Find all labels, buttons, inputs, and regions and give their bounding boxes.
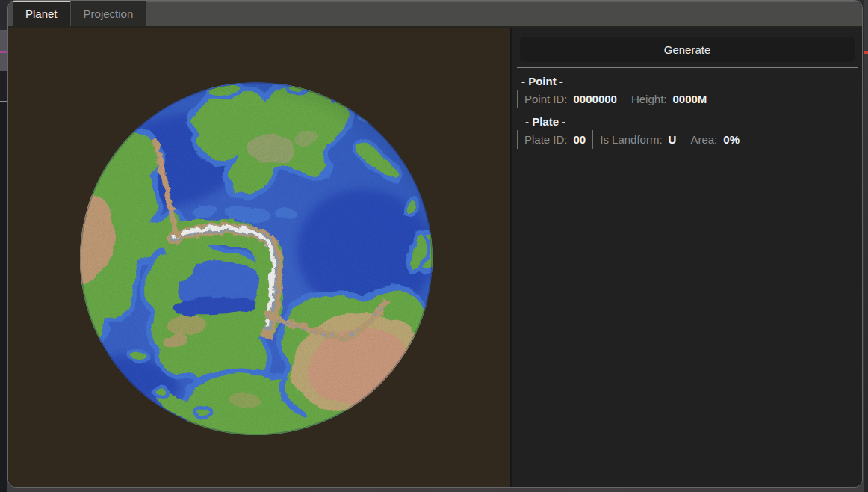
point-readout-row: Point ID: 0000000 Height: 0000M (517, 90, 862, 108)
plate-section-title: - Plate - (525, 115, 862, 128)
point-section-title: - Point - (521, 75, 862, 87)
is-landform-value: U (669, 133, 677, 146)
sliver-top (0, 0, 7, 30)
is-landform-label: Is Landform: (600, 133, 662, 146)
sliver-magenta-line (0, 51, 7, 53)
height-field: Height: 0000M (624, 90, 713, 108)
planet-generator-window: Planet Projection (7, 0, 863, 488)
area-field: Area: 0% (683, 130, 746, 149)
area-value: 0% (723, 133, 740, 146)
red-edge-marker (864, 51, 868, 54)
height-label: Height: (631, 93, 667, 105)
tab-projection[interactable]: Projection (71, 1, 146, 26)
planet-viewport[interactable] (8, 28, 510, 488)
background-app-sliver (0, 0, 7, 492)
sliver-dark-strip (0, 71, 7, 101)
plate-readout-row: Plate ID: 00 Is Landform: U Area: 0% (517, 130, 862, 149)
height-value: 0000M (672, 93, 707, 105)
area-label: Area: (690, 133, 717, 146)
plate-id-field: Plate ID: 00 (517, 130, 592, 149)
control-panel: Generate - Point - Point ID: 0000000 Hei… (512, 28, 862, 488)
point-id-field: Point ID: 0000000 (517, 90, 624, 108)
plate-id-value: 00 (574, 133, 586, 146)
generate-button[interactable]: Generate (520, 37, 855, 62)
point-id-label: Point ID: (524, 93, 568, 105)
tab-planet[interactable]: Planet (13, 1, 70, 26)
plate-id-label: Plate ID: (524, 133, 568, 146)
point-id-value: 0000000 (574, 93, 617, 105)
screen: Planet Projection (0, 0, 868, 492)
is-landform-field: Is Landform: U (592, 130, 683, 149)
planet-globe[interactable] (8, 28, 510, 488)
tab-bar: Planet Projection (8, 1, 862, 26)
window-content: Generate - Point - Point ID: 0000000 Hei… (8, 26, 862, 488)
sliver-light-line (0, 101, 7, 102)
desktop-right-edge (864, 0, 868, 492)
panel-separator (517, 67, 858, 68)
